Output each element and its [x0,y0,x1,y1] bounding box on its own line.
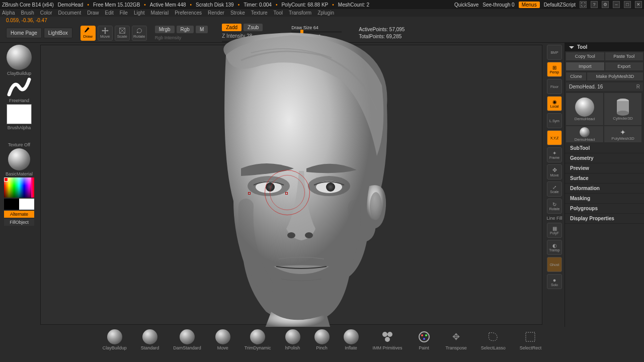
meshcount: MeshCount: 2 [338,2,369,8]
material-picker-icon[interactable] [8,148,30,170]
canvas[interactable] [40,45,542,325]
alternate-button[interactable]: Alternate [4,211,34,218]
menu-document[interactable]: Document [58,10,82,16]
menu-bar: Alpha Brush Color Document Draw Edit Fil… [0,9,644,17]
export-button[interactable]: Export [605,62,643,70]
menu-light[interactable]: Light [134,10,145,16]
menu-render[interactable]: Render [208,10,224,16]
brush-paint[interactable]: Paint [417,329,432,350]
section-geometry[interactable]: Geometry [565,153,644,163]
expand-icon[interactable]: ⛶ [580,1,587,8]
alpha-picker[interactable] [7,104,32,124]
brush-selectlasso[interactable]: SelectLasso [481,329,506,350]
brush-picker-icon[interactable] [7,45,32,70]
move-nav-button[interactable]: ✥Move [547,164,562,179]
brush-trimdynamic[interactable]: TrimDynamic [245,329,271,350]
model-head [150,30,432,328]
section-masking[interactable]: Masking [565,194,644,204]
section-subtool[interactable]: SubTool [565,143,644,153]
lightbox-button[interactable]: LightBox [44,28,72,38]
tool-panel-header[interactable]: Tool [565,43,644,51]
default-zscript[interactable]: DefaultZScript [544,2,576,8]
persp-button[interactable]: ⊞Persp [547,62,562,77]
transp-button[interactable]: ◐Transp [547,240,562,255]
section-display-properties[interactable]: Display Properties [565,214,644,224]
timer: Timer: 0.004 [244,2,272,8]
seethrough-slider[interactable]: See-through 0 [482,2,514,8]
tool-thumb-cylinder[interactable]: Cylinder3D [604,93,641,125]
menu-texture[interactable]: Texture [251,10,268,16]
section-preview[interactable]: Preview [565,163,644,173]
color-picker[interactable] [4,177,34,198]
scale-mode-button[interactable]: Scale [115,26,130,41]
rotate-mode-button[interactable]: Rotate [132,26,147,41]
fillobject-button[interactable]: FillObject [4,219,34,226]
menu-transform[interactable]: Transform [289,10,311,16]
brush-move[interactable]: Move [215,329,230,350]
svg-point-9 [305,232,313,238]
clone-button[interactable]: Clone [566,72,586,80]
section-polygroups[interactable]: Polygroups [565,204,644,214]
menu-tool[interactable]: Tool [274,10,283,16]
menu-stroke[interactable]: Stroke [230,10,245,16]
menu-draw[interactable]: Draw [87,10,99,16]
lsym-button[interactable]: L.Sym [547,113,562,128]
brush-transpose[interactable]: ✥Transpose [446,329,467,350]
section-deformation[interactable]: Deformation [565,184,644,194]
bmp-button[interactable]: BMP [547,45,562,60]
scale-nav-button[interactable]: ⤢Scale [547,182,562,197]
floor-button[interactable]: Floor [547,79,562,94]
make-polymesh-button[interactable]: Make PolyMesh3D [587,72,643,80]
brush-pinch[interactable]: Pinch [314,329,330,350]
menu-brush[interactable]: Brush [21,10,34,16]
linefill-label: Line Fill [546,216,562,221]
tool-thumb-polymesh[interactable]: ✦ PolyMesh3D [604,126,641,142]
right-shelf: BMP ⊞Persp Floor ◉Local L.Sym X,Y,Z ✦Fra… [544,43,565,327]
help-icon[interactable]: ? [591,1,598,8]
section-surface[interactable]: Surface [565,173,644,184]
brush-damstandard[interactable]: DamStandard [173,329,201,350]
color-swatches[interactable] [4,199,34,210]
tool-thumb-demohead[interactable]: DemoHead [566,93,603,125]
draw-mode-button[interactable]: Draw [80,26,96,41]
rotate-nav-button[interactable]: ↻Rotate [547,199,562,214]
menu-zplugin[interactable]: Zplugin [317,10,334,16]
svg-point-12 [617,111,629,116]
quicksave-button[interactable]: QuickSave [454,2,478,8]
minimize-icon[interactable]: – [613,1,620,8]
symmetry-marker [248,192,251,195]
maximize-icon[interactable]: □ [624,1,631,8]
ghost-button[interactable]: Ghost [547,257,562,272]
home-page-button[interactable]: Home Page [6,28,42,38]
coordinates-readout: 0.059, -0.36, -0.47 [0,17,644,24]
menu-edit[interactable]: Edit [105,10,114,16]
import-button[interactable]: Import [566,62,604,70]
brush-claybuildup[interactable]: ClayBuildup [103,329,127,350]
menus-button[interactable]: Menus [519,2,540,8]
brush-inflate[interactable]: Inflate [344,329,359,350]
brush-standard[interactable]: Standard [141,329,159,350]
menu-color[interactable]: Color [40,10,52,16]
stroke-picker-icon[interactable] [7,77,32,97]
menu-preferences[interactable]: Preferences [175,10,202,16]
brush-imm-primitives[interactable]: IMM Primitives [373,329,403,350]
frame-button[interactable]: ✦Frame [547,147,562,162]
tool-sections: SubTool Geometry Preview Surface Deforma… [565,143,644,224]
settings-icon[interactable]: ⚙ [602,1,609,8]
menu-file[interactable]: File [120,10,128,16]
polyf-button[interactable]: ▦PolyF [547,223,562,238]
brush-selectrect[interactable]: SelectRect [520,329,542,350]
tool-name-field[interactable]: DemoHead. 16R [566,82,643,91]
close-icon[interactable]: ✕ [635,1,642,8]
paste-tool-button[interactable]: Paste Tool [605,52,643,60]
move-mode-button[interactable]: Move [98,26,113,41]
copy-tool-button[interactable]: Copy Tool [566,52,604,60]
texture-label[interactable]: Texture Off [8,142,30,147]
solo-button[interactable]: ●Solo [547,274,562,289]
tool-thumb-demohead2[interactable]: DemoHead [566,126,603,142]
menu-alpha[interactable]: Alpha [2,10,15,16]
menu-material[interactable]: Material [151,10,169,16]
local-button[interactable]: ◉Local [547,96,562,111]
xyz-button[interactable]: X,Y,Z [547,130,562,145]
brush-hpolish[interactable]: hPolish [285,329,300,350]
